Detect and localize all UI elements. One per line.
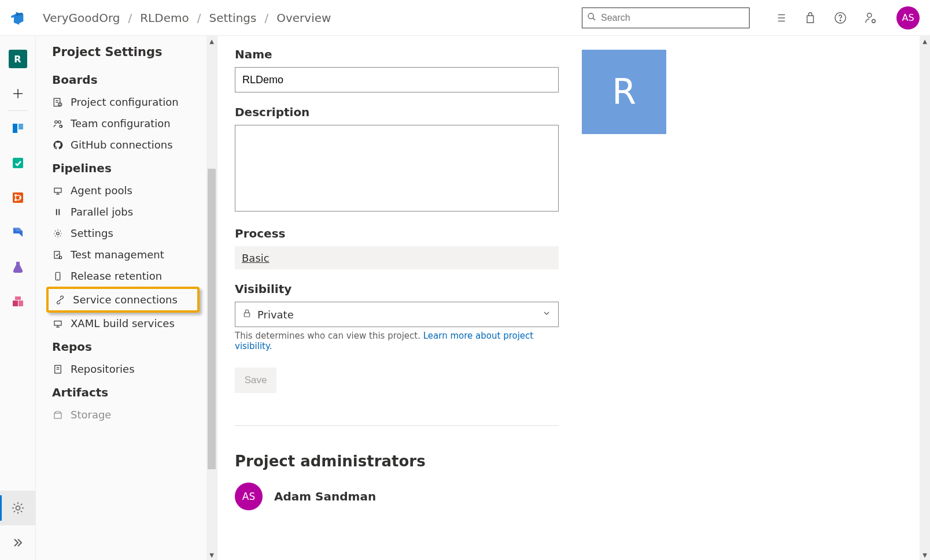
divider [235,425,559,426]
crumb-project[interactable]: RLDemo [140,11,189,25]
svg-point-18 [14,194,17,196]
rail-boards[interactable] [0,111,36,146]
svg-line-42 [59,298,62,301]
top-bar: VeryGoodOrg / RLDemo / Settings / Overvi… [0,0,930,36]
svg-rect-38 [54,251,60,258]
scroll-thumb[interactable] [208,169,216,469]
settings-sidebar: Project Settings Boards Project configur… [36,36,217,560]
main-scrollbar[interactable]: ▲ ▼ [920,36,930,560]
agent-pools-icon [52,185,64,196]
release-retention-icon [52,270,64,282]
nav-github-connections[interactable]: GitHub connections [36,134,206,155]
svg-point-24 [16,506,20,510]
save-button[interactable]: Save [235,368,276,393]
rail-repos[interactable] [0,180,36,215]
name-label: Name [235,47,559,61]
project-config-icon [52,97,64,108]
process-value-box: Basic [235,246,559,269]
svg-rect-23 [15,296,21,300]
lock-icon [242,309,252,320]
svg-point-10 [868,13,872,17]
project-name-input[interactable] [235,67,559,92]
section-pipelines: Pipelines [36,155,206,180]
nav-repositories[interactable]: Repositories [36,358,206,380]
admin-row: AS Adam Sandman [235,483,559,510]
user-settings-icon[interactable] [864,12,877,24]
svg-point-29 [55,120,58,123]
settings-title: Project Settings [36,36,206,67]
svg-rect-15 [19,124,23,129]
section-artifacts: Artifacts [36,380,206,404]
visibility-help: This determines who can view this projec… [235,331,559,351]
rail-new[interactable] [0,76,36,111]
chevron-down-icon [542,309,551,320]
storage-icon [52,409,64,421]
breadcrumb: VeryGoodOrg / RLDemo / Settings / Overvi… [43,11,331,25]
rail-backlogs[interactable] [0,146,36,180]
svg-rect-32 [54,188,61,192]
admin-avatar: AS [235,483,263,510]
search-box[interactable] [582,8,750,28]
help-icon[interactable] [834,12,847,24]
gear-icon [52,228,64,239]
section-boards: Boards [36,67,206,91]
svg-line-1 [593,18,595,20]
parallel-jobs-icon [52,206,64,218]
nav-parallel-jobs[interactable]: Parallel jobs [36,201,206,222]
sidebar-scrollbar[interactable]: ▲ ▼ [206,36,217,560]
svg-rect-14 [13,124,17,133]
rail-pipelines[interactable] [0,215,36,250]
rail-test-plans[interactable] [0,250,36,284]
marketplace-icon[interactable] [804,12,817,24]
left-rail: R [0,36,36,560]
scroll-up-icon[interactable]: ▲ [206,36,217,46]
nav-xaml-build-services[interactable]: XAML build services [36,313,206,334]
svg-point-0 [588,13,593,18]
github-icon [52,139,64,151]
work-items-icon[interactable] [774,12,787,24]
main-scroll-up-icon[interactable]: ▲ [920,36,930,46]
rail-project[interactable]: R [0,42,36,76]
visibility-label: Visibility [235,282,559,296]
svg-rect-17 [13,192,23,203]
user-avatar[interactable]: AS [896,6,920,29]
visibility-value: Private [257,309,536,321]
project-description-input[interactable] [235,125,559,212]
nav-service-connections[interactable]: Service connections [49,291,197,308]
nav-test-management[interactable]: Test management [36,244,206,265]
svg-rect-22 [19,301,23,306]
azure-devops-logo[interactable] [0,10,36,26]
svg-point-30 [58,120,61,123]
team-config-icon [52,118,64,129]
section-repos: Repos [36,334,206,358]
nav-storage[interactable]: Storage [36,404,206,425]
nav-team-configuration[interactable]: Team configuration [36,113,206,134]
search-icon [587,12,596,24]
rail-project-settings[interactable] [0,491,36,525]
crumb-org[interactable]: VeryGoodOrg [43,11,120,25]
rail-artifacts[interactable] [0,284,36,319]
process-link[interactable]: Basic [242,252,270,264]
main-scroll-down-icon[interactable]: ▼ [920,550,930,560]
crumb-settings[interactable]: Settings [209,11,256,25]
svg-rect-43 [54,321,61,325]
scroll-down-icon[interactable]: ▼ [206,550,217,560]
svg-point-37 [57,232,60,235]
nav-agent-pools[interactable]: Agent pools [36,180,206,201]
svg-rect-49 [54,413,61,418]
search-input[interactable] [601,13,744,23]
description-label: Description [235,105,559,119]
rail-collapse[interactable] [0,525,36,560]
nav-pipeline-settings[interactable]: Settings [36,222,206,244]
project-admins-heading: Project administrators [235,453,559,470]
visibility-select[interactable]: Private [235,302,559,327]
nav-project-configuration[interactable]: Project configuration [36,91,206,113]
crumb-overview[interactable]: Overview [276,11,331,25]
repositories-icon [52,364,64,375]
nav-release-retention[interactable]: Release retention [36,265,206,287]
xaml-build-icon [52,318,64,329]
highlighted-nav-item: Service connections [46,287,200,313]
svg-rect-50 [244,313,249,317]
project-avatar-tile[interactable]: R [582,50,666,134]
service-connections-icon [54,294,66,306]
